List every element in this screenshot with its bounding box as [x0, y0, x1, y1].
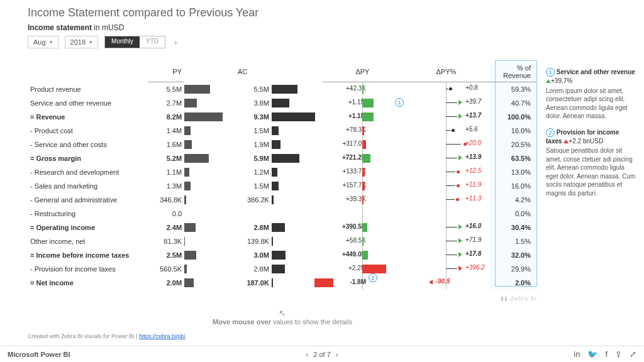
dpyp-value: +13.9: [465, 153, 481, 160]
month-select[interactable]: Aug▾: [28, 36, 58, 48]
table-row[interactable]: - Restructuring0.00.0%: [28, 207, 537, 221]
page-title: Income Statement compared to Previous Ye…: [0, 0, 644, 23]
row-label: = Operating income: [28, 221, 148, 234]
ac-value: 3.8M: [235, 96, 272, 110]
rev-value: 59.3%: [490, 82, 537, 96]
chevron-down-icon: ▾: [89, 39, 92, 45]
rev-value: 0.0%: [490, 207, 537, 221]
rev-value: 29.9%: [490, 262, 537, 276]
watermark: ▮▮ Zebra BI: [501, 295, 537, 302]
fullscreen-icon[interactable]: ⤢: [630, 349, 636, 359]
cursor-icon: ↖: [28, 308, 537, 318]
page-indicator: 2 of 7: [313, 351, 331, 358]
subtitle: Income statement in mUSD: [0, 23, 644, 36]
rev-value: 2.0%: [490, 276, 537, 290]
dpyp-value: +13.7: [465, 112, 481, 119]
col-dpy: ΔPY: [323, 63, 402, 82]
footer: Microsoft Power BI ‹ 2 of 7 › in 🐦 f ⇪ ⤢: [0, 346, 644, 362]
dpyp-value: +11.3: [465, 195, 481, 202]
rev-value: 16.0%: [490, 124, 537, 138]
row-label: Other income, net: [28, 234, 148, 248]
controls-bar: Aug▾ 2018▾ Monthly YTD ›: [0, 36, 644, 53]
credit-link[interactable]: https://zebra.bi/pbi: [139, 333, 186, 339]
year-select[interactable]: 2018▾: [65, 36, 98, 48]
table-row[interactable]: - Research and development1.1M1.2M+133.7…: [28, 165, 537, 179]
up-triangle-icon: [546, 79, 551, 83]
twitter-icon[interactable]: 🐦: [587, 349, 597, 359]
table-row[interactable]: = Net income2.0M187.0K-1.8M-90.52.0%: [28, 276, 537, 290]
rev-value: 30.4%: [490, 221, 537, 234]
table-row[interactable]: = Operating income2.4M2.8M+390.5K+16.030…: [28, 221, 537, 234]
dpyp-value: +16.0: [465, 222, 481, 229]
brand-label: Microsoft Power BI: [8, 351, 70, 358]
row-label: - Research and development: [28, 165, 148, 179]
rev-value: 100.0%: [490, 110, 537, 124]
ac-value: 187.0K: [235, 276, 272, 290]
py-value: 5.5M: [148, 82, 184, 96]
ac-value: 1.5M: [235, 179, 272, 193]
row-label: = Income before income taxes: [28, 248, 148, 262]
py-value: 1.1M: [148, 165, 184, 179]
col-py: PY: [148, 63, 184, 82]
py-value: 560.5K: [148, 262, 184, 276]
py-value: 1.3M: [148, 179, 184, 193]
next-arrow-icon[interactable]: ›: [172, 37, 180, 47]
annotation-2-icon: 2: [546, 128, 555, 137]
py-value: 8.2M: [148, 110, 184, 124]
rev-value: 20.5%: [490, 138, 537, 151]
table-row[interactable]: - Sales and marketing1.3M1.5M+157.7K+11.…: [28, 179, 537, 193]
dpyp-value: -90.5: [436, 278, 450, 285]
share-icon[interactable]: ⇪: [615, 349, 622, 359]
ac-value: 9.3M: [235, 110, 272, 124]
ac-value: 1.9M: [235, 138, 272, 151]
table-row[interactable]: = Gross margin5.2M5.9M+721.2K+13.963.5%: [28, 151, 537, 165]
py-value: 2.4M: [148, 221, 184, 234]
rev-value: 40.7%: [490, 96, 537, 110]
period-toggle: Monthly YTD: [104, 36, 165, 48]
row-label: - General and administrative: [28, 193, 148, 207]
table-row[interactable]: Service and other revenue2.7M3.8M+1.1M1+…: [28, 96, 537, 110]
rev-value: 1.5%: [490, 234, 537, 248]
table-row[interactable]: - Product cost1.4M1.5M+78.3K+5.616.0%: [28, 124, 537, 138]
table-row[interactable]: Product revenue5.5M5.5M+42.3K+0.859.3%: [28, 82, 537, 96]
hover-hint: ↖ Move mouse over values to show the det…: [28, 308, 537, 326]
dpyp-value: +20.0: [465, 140, 481, 146]
table-row[interactable]: - General and administrative346.8K386.2K…: [28, 193, 537, 207]
table-row[interactable]: - Service and other costs1.6M1.9M+317.0K…: [28, 138, 537, 151]
ac-value: 1.5M: [235, 124, 272, 138]
facebook-icon[interactable]: f: [605, 349, 608, 359]
dpyp-value: +39.7: [465, 98, 481, 105]
dpyp-value: +5.6: [465, 126, 478, 133]
col-dpyp: ΔPY%: [402, 63, 490, 82]
ac-value: 5.5M: [235, 82, 272, 96]
dpyp-value: +11.9: [465, 181, 481, 188]
table-row[interactable]: = Revenue8.2M9.3M+1.1M+13.7100.0%: [28, 110, 537, 124]
py-value: 2.5M: [148, 248, 184, 262]
dpyp-value: +0.8: [465, 84, 478, 91]
ac-value: 386.2K: [235, 193, 272, 207]
row-label: - Sales and marketing: [28, 179, 148, 193]
rev-value: 63.5%: [490, 151, 537, 165]
py-value: 346.8K: [148, 193, 184, 207]
ac-value: 3.0M: [235, 248, 272, 262]
rev-value: 16.0%: [490, 179, 537, 193]
linkedin-icon[interactable]: in: [574, 349, 580, 359]
py-value: 0.0: [148, 207, 184, 221]
ytd-toggle[interactable]: YTD: [140, 36, 165, 48]
py-value: 81.3K: [148, 234, 184, 248]
table-row[interactable]: Other income, net81.3K139.8K+58.5K+71.91…: [28, 234, 537, 248]
page-next-icon[interactable]: ›: [336, 351, 338, 358]
row-label: = Revenue: [28, 110, 148, 124]
rev-value: 32.0%: [490, 248, 537, 262]
monthly-toggle[interactable]: Monthly: [105, 36, 140, 48]
pager: ‹ 2 of 7 ›: [306, 351, 338, 358]
page-prev-icon[interactable]: ‹: [306, 351, 309, 358]
table-row[interactable]: - Provision for income taxes560.5K2.8M+2…: [28, 262, 537, 276]
dpy-value: -1.8M: [350, 278, 366, 285]
rev-value: 13.0%: [490, 165, 537, 179]
ac-value: 1.2M: [235, 165, 272, 179]
py-value: 2.7M: [148, 96, 184, 110]
row-label: = Net income: [28, 276, 148, 290]
table-row[interactable]: = Income before income taxes2.5M3.0M+449…: [28, 248, 537, 262]
py-value: 5.2M: [148, 151, 184, 165]
